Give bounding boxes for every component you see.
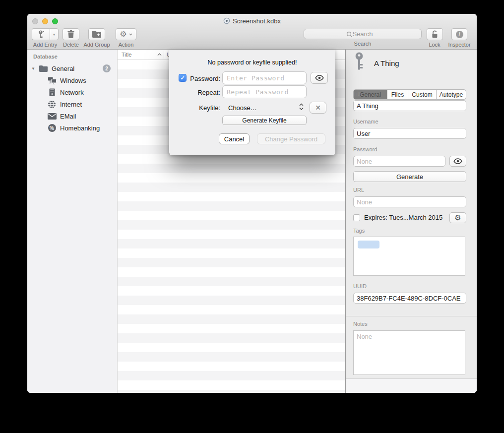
- add-group-button[interactable]: [88, 28, 105, 40]
- inspector-group: i Inspector: [445, 28, 473, 48]
- dialog-password-label: Password:: [189, 75, 220, 82]
- sidebar-item-label: Internet: [60, 101, 82, 108]
- sidebar-item-general[interactable]: ▼ General 2: [27, 62, 118, 74]
- password-checkbox[interactable]: ✓: [179, 74, 187, 82]
- inspector-divider: [346, 316, 477, 316]
- column-title-label: Title: [122, 52, 131, 58]
- tab-autotype[interactable]: Autotype: [437, 90, 466, 99]
- sidebar-header: Database: [33, 54, 58, 60]
- inspector-tabs: General Files Custom Autotype: [353, 89, 466, 100]
- action-caption: Action: [119, 42, 134, 48]
- entry-key-icon: [354, 52, 365, 72]
- generate-password-button[interactable]: Generate: [353, 171, 466, 182]
- lock-button[interactable]: [427, 28, 443, 40]
- tag-token[interactable]: [358, 241, 379, 248]
- delete-group: Delete: [61, 28, 81, 48]
- info-icon: i: [456, 31, 463, 38]
- inspector-panel: A Thing General Files Custom Autotype Ti…: [346, 50, 477, 393]
- inspector-button[interactable]: i: [451, 28, 467, 40]
- trash-icon: [67, 30, 74, 38]
- action-button[interactable]: ⚙: [116, 28, 136, 40]
- sidebar-item-email[interactable]: EMail: [27, 110, 118, 122]
- title-field-label: Title: [353, 91, 363, 97]
- password-field[interactable]: [353, 156, 445, 167]
- add-group-caption: Add Group: [83, 42, 110, 48]
- change-password-button[interactable]: Change Password: [257, 133, 325, 144]
- document-proxy-icon: [223, 17, 230, 24]
- lock-group: Lock: [426, 28, 443, 48]
- clear-keyfile-button[interactable]: ✕: [310, 102, 326, 114]
- folder-plus-icon: [92, 31, 101, 38]
- delete-button[interactable]: [63, 28, 79, 40]
- window-title-text: Screenshot.kdbx: [233, 17, 281, 25]
- cancel-button[interactable]: Cancel: [219, 133, 250, 144]
- popup-stepper-icon[interactable]: [299, 103, 304, 113]
- add-entry-caption: Add Entry: [33, 42, 57, 48]
- password-field-label: Password: [353, 146, 377, 152]
- sidebar-item-windows[interactable]: Windows: [27, 74, 118, 86]
- tab-custom[interactable]: Custom: [408, 90, 437, 99]
- chevron-down-icon: [129, 33, 132, 36]
- folder-icon: [39, 65, 48, 72]
- inspector-footer: [346, 379, 477, 393]
- generate-button-label: Generate: [396, 173, 423, 181]
- username-field[interactable]: [353, 128, 466, 139]
- expires-checkbox[interactable]: [353, 214, 360, 221]
- close-x-icon: ✕: [315, 104, 321, 112]
- add-entry-button[interactable]: [32, 28, 50, 40]
- internet-globe-icon: [47, 100, 57, 109]
- keyfile-popup-button[interactable]: Choose…: [228, 104, 257, 112]
- expires-settings-button[interactable]: ⚙: [449, 212, 466, 223]
- cancel-button-label: Cancel: [224, 135, 244, 143]
- notes-field[interactable]: [353, 330, 465, 375]
- delete-caption: Delete: [63, 42, 79, 48]
- add-entry-dropdown-arrow[interactable]: ▼: [50, 28, 59, 40]
- lock-open-icon: [431, 30, 439, 38]
- title-field[interactable]: [353, 100, 466, 111]
- dialog-password-input[interactable]: [222, 71, 307, 84]
- uuid-field[interactable]: [353, 293, 466, 304]
- uuid-field-label: UUID: [353, 283, 367, 289]
- sidebar: Database ▼ General 2 Windows Network: [27, 50, 118, 393]
- password-dialog: No password or keyfile supplied! ✓ Passw…: [169, 50, 335, 155]
- entry-title: A Thing: [374, 59, 399, 67]
- main-window: Screenshot.kdbx ▼ Add Entry Delete: [27, 14, 477, 393]
- sidebar-item-internet[interactable]: Internet: [27, 98, 118, 110]
- lock-caption: Lock: [429, 42, 440, 48]
- column-header-title[interactable]: Title: [118, 52, 157, 58]
- tags-field-label: Tags: [353, 228, 365, 234]
- dialog-message: No password or keyfile supplied!: [169, 59, 335, 66]
- dialog-reveal-password-button[interactable]: [311, 72, 328, 84]
- sidebar-item-label: Windows: [60, 77, 86, 84]
- gear-icon: ⚙: [454, 214, 461, 222]
- inspector-caption: Inspector: [448, 42, 470, 48]
- tab-files[interactable]: Files: [387, 90, 408, 99]
- checkmark-icon: ✓: [180, 75, 185, 81]
- add-group-group: Add Group: [82, 28, 112, 48]
- sidebar-item-homebanking[interactable]: % Homebanking: [27, 122, 118, 134]
- generate-keyfile-button[interactable]: Generate Keyfile: [222, 116, 307, 125]
- notes-field-label: Notes: [353, 321, 368, 327]
- change-password-button-label: Change Password: [265, 135, 317, 143]
- homebanking-percent-icon: %: [47, 124, 57, 132]
- username-field-label: Username: [353, 119, 378, 124]
- reveal-password-button[interactable]: [449, 156, 466, 167]
- tags-field[interactable]: [353, 237, 465, 276]
- search-caption: Search: [354, 41, 372, 47]
- dialog-repeat-label: Repeat:: [189, 89, 220, 96]
- sidebar-item-label: EMail: [60, 113, 76, 120]
- windows-icon: [47, 77, 57, 84]
- search-group: Search: [304, 29, 422, 47]
- disclosure-triangle-icon[interactable]: ▼: [31, 66, 38, 71]
- search-icon: [346, 31, 353, 40]
- search-input[interactable]: [304, 29, 422, 39]
- sort-ascending-icon: [157, 53, 162, 56]
- sidebar-item-network[interactable]: Network: [27, 86, 118, 98]
- url-field[interactable]: [353, 196, 466, 207]
- window-title: Screenshot.kdbx: [27, 17, 477, 25]
- eye-icon: [453, 158, 462, 164]
- entry-count-badge: 2: [103, 64, 111, 72]
- dialog-keyfile-label: Keyfile:: [189, 104, 220, 112]
- sidebar-item-label: Network: [60, 89, 84, 96]
- dialog-repeat-input[interactable]: [222, 85, 307, 98]
